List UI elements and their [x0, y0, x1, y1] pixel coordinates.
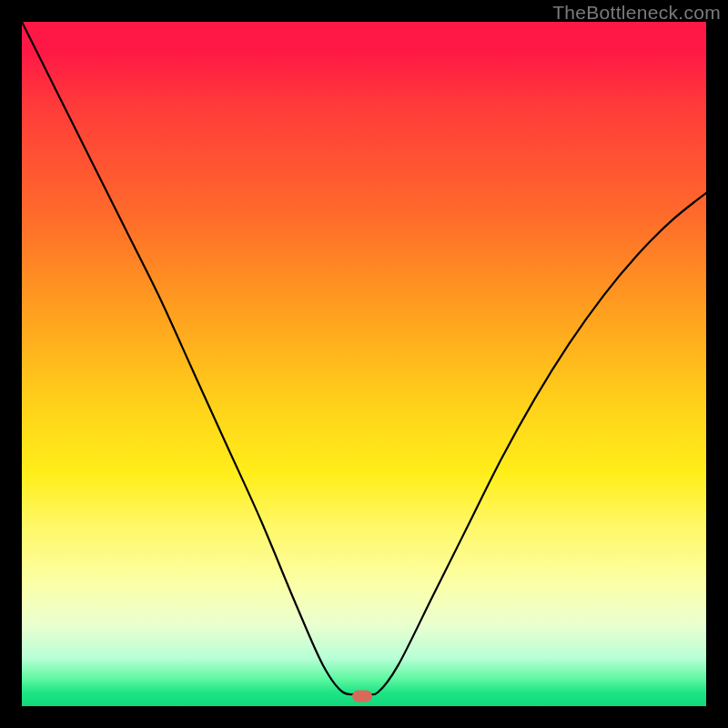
bottleneck-curve	[22, 22, 706, 706]
chart-frame: TheBottleneck.com	[0, 0, 728, 728]
watermark-text: TheBottleneck.com	[552, 2, 721, 24]
optimal-point-marker	[352, 690, 372, 702]
bottleneck-curve-path	[22, 22, 706, 694]
plot-area	[22, 22, 706, 706]
